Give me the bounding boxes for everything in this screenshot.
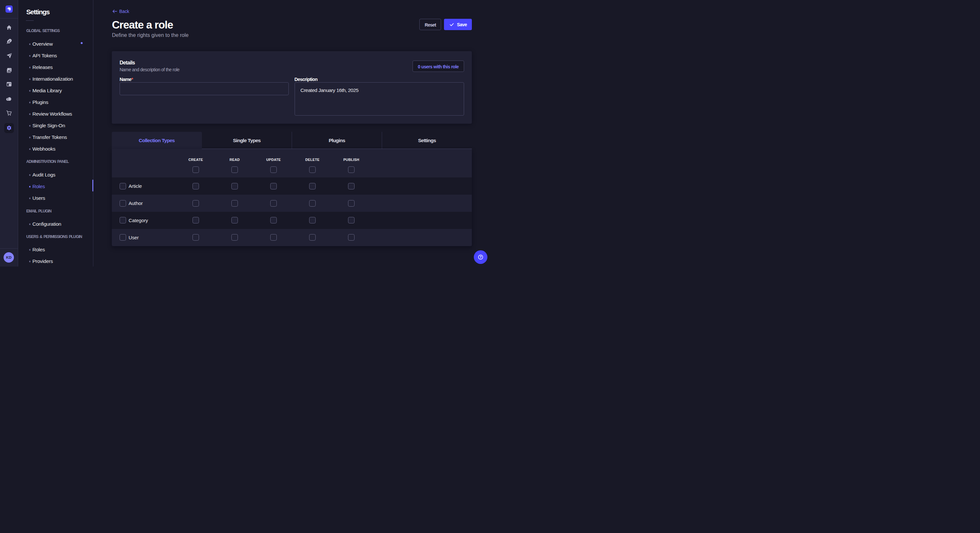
svg-text:?: ? <box>480 255 482 259</box>
